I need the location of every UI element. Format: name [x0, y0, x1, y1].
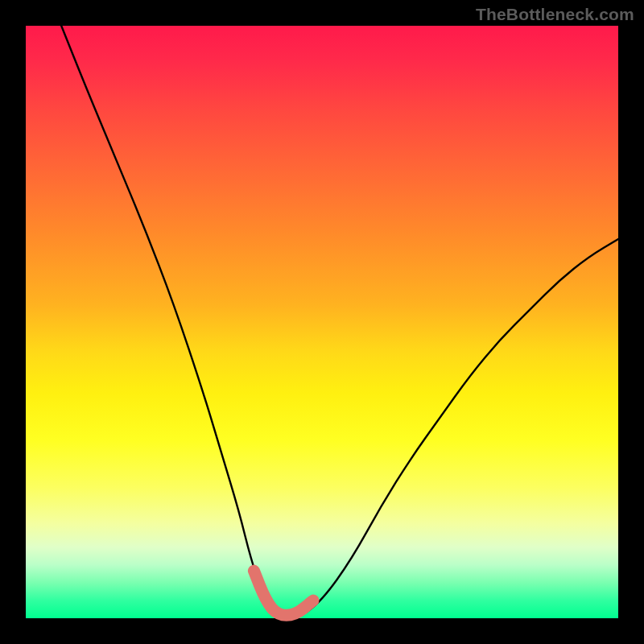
chart-frame: TheBottleneck.com	[0, 0, 644, 644]
bottleneck-curve	[61, 26, 618, 618]
plot-area	[26, 26, 618, 618]
watermark-text: TheBottleneck.com	[476, 5, 634, 24]
min-highlight	[254, 571, 313, 615]
curve-svg	[26, 26, 618, 618]
